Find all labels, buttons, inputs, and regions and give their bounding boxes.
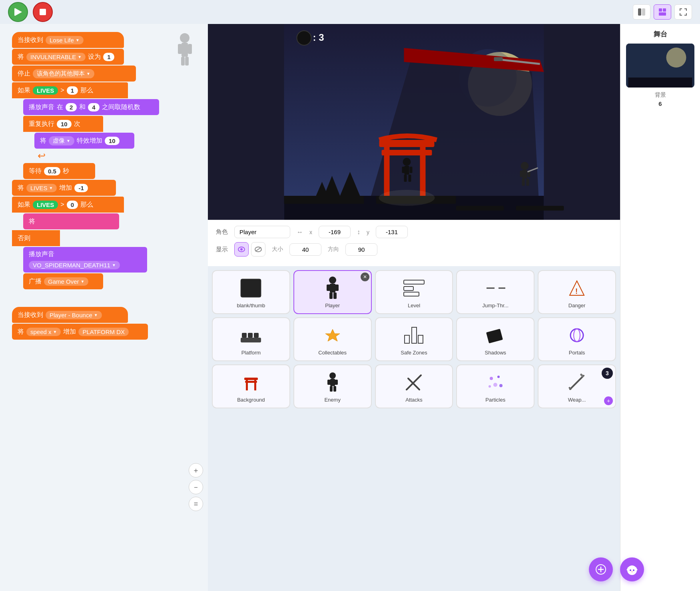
plus-badge-icon: +	[604, 396, 613, 405]
svg-rect-43	[456, 206, 504, 211]
sprite-thumb-particles[interactable]: Particles	[456, 364, 534, 408]
block-if-lives-0[interactable]: 如果 LIVES > 0 那么	[12, 197, 124, 213]
block-change-lives[interactable]: 将 LIVES 增加 -1	[12, 180, 116, 196]
svg-rect-38	[520, 171, 523, 177]
sprite-thumb-danger[interactable]: ! Danger	[538, 270, 616, 314]
svg-rect-75	[486, 328, 503, 343]
direction-input[interactable]	[345, 243, 377, 256]
x-label: x	[309, 229, 312, 235]
block-broadcast-gameover[interactable]: 广播 Game Over	[23, 273, 103, 289]
sprite-thumb-level[interactable]: Level	[375, 270, 453, 314]
svg-rect-11	[181, 57, 185, 66]
svg-rect-3	[642, 8, 645, 16]
svg-rect-37	[523, 170, 527, 179]
zoom-in-button[interactable]: ＋	[189, 463, 203, 478]
svg-rect-87	[333, 386, 336, 392]
block-set-invulnerable[interactable]: 将 INVULNERABLE 设为 1	[12, 49, 124, 65]
svg-rect-85	[335, 380, 338, 385]
sprite-thumb-attacks[interactable]: Attacks	[375, 364, 453, 408]
svg-point-108	[633, 569, 634, 571]
svg-rect-44	[516, 206, 564, 211]
sprite-thumb-shadows[interactable]: Shadows	[456, 317, 534, 361]
block-receive-playerbounce[interactable]: 当接收到 Player - Bounce	[12, 307, 128, 323]
stage-bg-label: 背景	[626, 92, 694, 99]
script-panel: 当接收到 Lose Life 将 INVULNERABLE 设为 1 停止 该角…	[0, 24, 208, 591]
top-bar-left	[8, 2, 53, 22]
svg-rect-5	[663, 8, 666, 12]
block-group-loselife: 当接收到 Lose Life 将 INVULNERABLE 设为 1 停止 该角…	[12, 32, 200, 290]
svg-point-82	[329, 372, 336, 379]
block-reset-level[interactable]: 将	[23, 213, 119, 229]
sprite-thumb-blank[interactable]: blank/thumb	[212, 270, 290, 314]
sprite-thumb-enemy[interactable]: Enemy	[293, 364, 372, 408]
svg-rect-73	[412, 327, 417, 343]
fullscreen-button[interactable]	[674, 4, 692, 20]
svg-text:!: !	[575, 287, 578, 295]
svg-rect-86	[330, 386, 333, 392]
block-play-sound-random[interactable]: 播放声音 在 2 和 4 之间取随机数	[23, 99, 159, 115]
svg-rect-60	[404, 280, 424, 284]
sprite-delete-button[interactable]: ✕	[361, 273, 369, 281]
role-label: 角色	[216, 228, 228, 236]
center-panel: : 3 角色 ↔ x ↕ y 显示	[208, 24, 620, 591]
svg-rect-57	[335, 285, 339, 291]
block-change-speedx[interactable]: 将 speed x 增加 PLATFORM DX	[12, 324, 148, 340]
sprite-thumb-weapons[interactable]: 3 + Weap...	[538, 364, 616, 408]
sprites-container: blank/thumb ✕	[208, 266, 620, 591]
sprite-thumb-platform[interactable]: Platform	[212, 317, 290, 361]
svg-rect-8	[181, 43, 188, 57]
svg-rect-41	[526, 179, 529, 186]
layout2-button[interactable]	[654, 4, 671, 20]
sprite-thumb-portals[interactable]: Portals	[538, 317, 616, 361]
sprite-thumb-jumpthr[interactable]: Jump-Thr...	[456, 270, 534, 314]
sprite-thumb-player[interactable]: ✕ Player	[293, 270, 372, 314]
layout1-button[interactable]	[633, 4, 650, 20]
fit-button[interactable]: =	[189, 497, 203, 511]
svg-rect-74	[418, 335, 423, 343]
svg-point-36	[521, 162, 529, 170]
svg-point-76	[570, 329, 583, 342]
block-ghost-effect[interactable]: 将 虚像 特效增加 10	[34, 133, 134, 149]
size-input[interactable]	[289, 243, 321, 256]
stage-thumbnail[interactable]	[626, 44, 694, 88]
block-group-playerbounce: 当接收到 Player - Bounce 将 speed x 增加 PLATFO…	[12, 307, 200, 340]
sprite-thumb-safezones[interactable]: Safe Zones	[375, 317, 453, 361]
svg-point-92	[493, 383, 497, 387]
block-play-death-sound[interactable]: 播放声音 VO_SPIDERMAN_DEATH11	[23, 247, 147, 273]
sprite-thumb-collectables[interactable]: Collectables	[293, 317, 372, 361]
add-sprite-button[interactable]	[589, 557, 613, 581]
block-stop-scripts[interactable]: 停止 该角色的其他脚本	[12, 66, 136, 82]
block-receive-loselife[interactable]: 当接收到 Lose Life	[12, 32, 124, 48]
sprite-name-input[interactable]	[234, 226, 290, 238]
sprite-thumb-background[interactable]: Background	[212, 364, 290, 408]
svg-marker-0	[15, 8, 21, 16]
svg-point-94	[499, 384, 503, 387]
svg-text:: 3: : 3	[313, 32, 324, 43]
svg-rect-78	[246, 378, 248, 390]
svg-point-50	[240, 248, 243, 251]
svg-rect-12	[185, 57, 189, 66]
svg-rect-62	[404, 292, 419, 296]
svg-rect-58	[329, 293, 333, 299]
hide-button[interactable]	[251, 242, 265, 257]
zoom-out-button[interactable]: －	[189, 480, 203, 494]
svg-point-93	[489, 385, 491, 388]
cat-button[interactable]	[620, 557, 644, 581]
block-repeat-10[interactable]: 重复执行 10 次	[23, 116, 103, 132]
stop-button[interactable]	[33, 2, 53, 22]
show-button[interactable]	[234, 242, 249, 257]
block-wait-05[interactable]: 等待 0.5 秒	[23, 163, 95, 179]
svg-line-51	[255, 247, 261, 251]
green-flag-button[interactable]	[8, 2, 28, 22]
y-input[interactable]	[376, 226, 408, 238]
stage-title: 舞台	[626, 30, 694, 39]
svg-rect-53	[241, 279, 261, 297]
svg-rect-6	[659, 12, 666, 16]
svg-rect-56	[327, 285, 330, 291]
svg-rect-70	[254, 333, 259, 338]
svg-rect-2	[638, 8, 641, 16]
svg-point-54	[329, 277, 336, 284]
direction-label: 方向	[328, 246, 339, 253]
block-if-lives-1[interactable]: 如果 LIVES > 1 那么	[12, 82, 128, 98]
x-input[interactable]	[319, 226, 351, 238]
